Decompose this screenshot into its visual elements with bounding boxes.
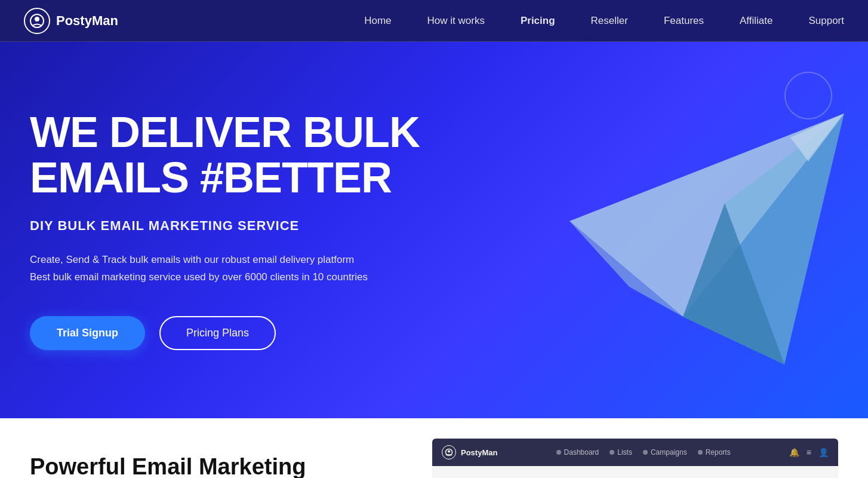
dashboard-nav-reports: Reports [698, 448, 731, 456]
nav-pricing[interactable]: Pricing [521, 15, 555, 26]
nav-how-it-works[interactable]: How it works [427, 15, 485, 26]
dashboard-body [432, 466, 838, 478]
nav-features[interactable]: Features [664, 15, 704, 26]
logo-icon [24, 8, 50, 34]
notification-icon: 🔔 [789, 448, 799, 457]
dashboard-nav-lists: Lists [610, 448, 632, 456]
dashboard-logo: PostyMan [442, 445, 497, 459]
white-section: Powerful Email Marketing Tool PostyMan D… [0, 418, 868, 478]
reports-icon [698, 450, 703, 455]
nav-support[interactable]: Support [808, 15, 844, 26]
dashboard-nav-dashboard: Dashboard [556, 448, 599, 456]
lists-icon [610, 450, 614, 455]
brand-logo[interactable]: PostyMan [24, 8, 118, 34]
brand-name: PostyMan [56, 13, 118, 29]
user-icon: 👤 [818, 448, 829, 457]
hero-title: WE DELIVER BULK EMAILS #BETTER [30, 110, 475, 200]
section-title: Powerful Email Marketing Tool [30, 454, 328, 478]
navbar: PostyMan Home How it works Pricing Resel… [0, 0, 868, 42]
hero-buttons: Trial Signup Pricing Plans [30, 316, 475, 350]
trial-signup-button[interactable]: Trial Signup [30, 316, 145, 350]
hero-subtitle: DIY BULK EMAIL MARKETING SERVICE [30, 218, 475, 234]
menu-icon: ≡ [807, 448, 811, 457]
nav-home[interactable]: Home [364, 15, 391, 26]
svg-point-1 [35, 17, 39, 22]
dashboard-preview: PostyMan Dashboard Lists Campaigns Repo [432, 439, 838, 478]
nav-links: Home How it works Pricing Reseller Featu… [364, 15, 844, 27]
hero-description: Create, Send & Track bulk emails with ou… [30, 252, 475, 286]
dashboard-nav-campaigns: Campaigns [643, 448, 687, 456]
nav-affiliate[interactable]: Affiliate [740, 15, 772, 26]
hero-content: WE DELIVER BULK EMAILS #BETTER DIY BULK … [30, 98, 475, 350]
hero-section: WE DELIVER BULK EMAILS #BETTER DIY BULK … [0, 42, 868, 418]
dashboard-nav: Dashboard Lists Campaigns Reports [509, 448, 777, 456]
pricing-plans-button[interactable]: Pricing Plans [159, 316, 276, 350]
section-content: Powerful Email Marketing Tool [30, 454, 328, 478]
dashboard-brand: PostyMan [461, 448, 497, 457]
svg-point-9 [448, 451, 450, 453]
dashboard-logo-icon [442, 445, 456, 459]
dashboard-bar: PostyMan Dashboard Lists Campaigns Repo [432, 439, 838, 466]
hero-illustration [498, 66, 868, 394]
campaigns-icon [643, 450, 648, 455]
dashboard-icon [556, 450, 561, 455]
nav-reseller[interactable]: Reseller [591, 15, 628, 26]
dashboard-icons: 🔔 ≡ 👤 [789, 448, 829, 457]
